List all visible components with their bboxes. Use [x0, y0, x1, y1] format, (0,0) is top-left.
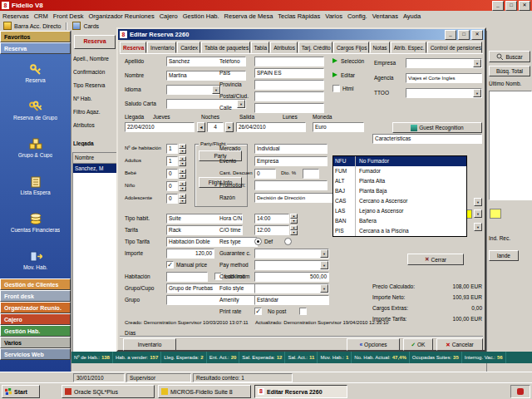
grupo-field[interactable] [166, 295, 256, 305]
print-rate-checkbox[interactable]: ✓ [254, 308, 262, 315]
adolescente-spinner[interactable]: ▲▼ [179, 194, 186, 204]
hora-cn-spinner[interactable]: ▲▼ [290, 214, 298, 224]
llegada-date-combo[interactable]: 22/04/2010 [125, 122, 195, 132]
dropdown-option-banera[interactable]: BANBañera [333, 216, 466, 226]
grid-column-nombre[interactable]: Nombre [73, 153, 117, 164]
search-results-list[interactable] [489, 91, 532, 200]
sidebar-item-mov-hab[interactable]: Mov. Hab. [0, 241, 71, 278]
sidebar-section-front-desk[interactable]: Front desk [0, 290, 71, 302]
close-button[interactable]: ✕ [519, 1, 530, 11]
folio-style-combo[interactable]: ▼ [254, 283, 329, 293]
manual-price-checkbox[interactable]: ✓ [166, 261, 174, 268]
calle-field[interactable] [254, 103, 324, 113]
start-button[interactable]: Start [2, 385, 40, 398]
tab-control-pensiones[interactable]: Control de pensiones [427, 42, 482, 53]
salida-date-combo[interactable]: 26/04/2010 [236, 122, 306, 132]
sidebar-item-grupo-cupo[interactable]: Grupo & Cupo [0, 129, 71, 166]
adultos-field[interactable]: 1 [166, 156, 178, 166]
bebe-field[interactable]: 0 [166, 169, 178, 179]
cancelar-button[interactable]: ✕ Cancelar [436, 338, 483, 351]
res-type-alt-radio[interactable] [284, 238, 292, 245]
dropdown-option-no-fumador[interactable]: NFUNo Fumador [333, 156, 466, 166]
provincia-field[interactable] [254, 80, 324, 90]
tab-notas[interactable]: Notas [370, 42, 390, 53]
tab-reserva[interactable]: Reserva [120, 42, 146, 53]
sidebar-item-lista-espera[interactable]: Lista Espera [0, 166, 71, 204]
menu-reservas[interactable]: Reservas [0, 12, 32, 20]
tab-fragment[interactable]: lande [489, 250, 519, 261]
hora-cn-field[interactable]: 14:00 [254, 214, 289, 224]
tab-reserva-background[interactable]: Reserva [74, 35, 116, 49]
pais-field[interactable]: SPAIN ES [254, 68, 324, 78]
empresa-combo[interactable]: ▼ [406, 58, 482, 68]
html-checkbox[interactable] [332, 85, 340, 92]
importe-field[interactable]: 120,00 [166, 249, 214, 259]
sidebar-section-gestion-hab[interactable]: Gestión Hab. [0, 325, 71, 337]
sidebar-section-servicios-web[interactable]: Servicios Web [0, 348, 71, 360]
sidebar-section-favoritos[interactable]: Favoritos [0, 31, 71, 42]
guest-recognition-button[interactable]: Guest Recognition [392, 122, 482, 133]
cerrar-button[interactable]: ✕ Cerrar [407, 254, 464, 265]
menu-teclas-rapidas[interactable]: Teclas Rápidas [275, 12, 323, 20]
task-oracle[interactable]: Oracle SQL*Plus [62, 385, 155, 398]
tab-tabla[interactable]: Tabla [251, 42, 270, 53]
app-title-bar[interactable]: 8 Fidelio V8 _ □ ✕ [0, 0, 532, 11]
menu-organizador-reuniones[interactable]: Organizador Reuniones [86, 12, 156, 20]
menu-front-desk[interactable]: Front Desk [51, 12, 86, 20]
sidebar-section-reserva[interactable]: Reserva [0, 42, 71, 54]
task-editar-reserva[interactable]: 8 Editar Reserva 2260 [254, 385, 347, 398]
ttoo-combo[interactable]: ▼ [406, 88, 482, 98]
tab-tarj-credito[interactable]: Tarj. Crédito [298, 42, 332, 53]
rooms-field[interactable]: 1 [166, 144, 178, 154]
chevron-down-icon[interactable]: ▼ [320, 284, 328, 293]
chevron-down-icon[interactable]: ▼ [320, 261, 328, 269]
idioma-combo[interactable]: ▼ [166, 85, 221, 95]
mercado-combo[interactable]: Individual [254, 144, 328, 154]
dropdown-option-planta-baja[interactable]: BAJPlanta Baja [333, 186, 466, 196]
noches-field[interactable]: 4 [207, 122, 224, 132]
bebe-spinner[interactable]: ▲▼ [179, 169, 186, 179]
dropdown-option-cercana-piscina[interactable]: PISCercana a la Piscina [333, 226, 466, 236]
sidebar-section-gestion-clientes[interactable]: Gestión de Clientes [0, 278, 71, 290]
menu-reserva-de-mesa[interactable]: Reserva de Mesa [222, 12, 276, 20]
tab-cargos-fijos[interactable]: Cargos Fijos [333, 42, 369, 53]
chevron-down-icon[interactable]: ▼ [320, 249, 328, 258]
editar-link[interactable]: Editar [341, 72, 355, 78]
telefono-field[interactable] [254, 57, 324, 66]
tab-inventario[interactable]: Inventario [147, 42, 176, 53]
co-time-field[interactable]: 12:00 [254, 225, 289, 235]
tray-icon[interactable] [517, 388, 524, 395]
tab-tabla-paquetes[interactable]: Tabla de paquetes [201, 42, 249, 53]
no-post-checkbox[interactable] [299, 308, 307, 315]
dropdown-option-planta-alta[interactable]: ALTPlanta Alta [333, 176, 466, 186]
reservation-grid[interactable]: Nombre Sanchez, M [72, 152, 118, 352]
minimize-button[interactable]: _ [492, 1, 504, 11]
task-micros-fidelio[interactable]: MICROS-Fidelio Suite 8 [158, 385, 251, 398]
adolescente-field[interactable]: 0 [166, 194, 178, 204]
menu-varios[interactable]: Varios [323, 12, 345, 20]
menu-ayuda[interactable]: Ayuda [401, 12, 423, 20]
cards-button[interactable]: Cards [69, 22, 102, 31]
rooms-spinner[interactable]: ▲▼ [179, 144, 186, 154]
nino-spinner[interactable]: ▲▼ [179, 181, 186, 191]
sidebar-item-reserva[interactable]: Reserva [0, 54, 71, 91]
attribute-combo-arrow[interactable]: ▼ [474, 198, 482, 206]
adultos-spinner[interactable]: ▲▼ [179, 156, 186, 166]
sidebar-item-cuentas-financieras[interactable]: Cuentas Financieras [0, 204, 71, 241]
saludo-carta-combo[interactable]: ▼ [166, 99, 246, 109]
tab-atrib-espec[interactable]: Atrib. Espec. [391, 42, 426, 53]
chevron-down-icon[interactable]: ▼ [237, 100, 245, 108]
dialog-close-button[interactable]: ✕ [471, 30, 483, 40]
moneda-combo[interactable]: Euro [313, 122, 364, 132]
grid-row-selected[interactable]: Sanchez, M [73, 164, 117, 173]
menu-cajero[interactable]: Cajero [157, 12, 180, 20]
nombre-field[interactable]: Martina [166, 71, 246, 81]
dialog-minimize-button[interactable]: _ [445, 30, 456, 40]
habitacion-field[interactable] [166, 272, 208, 282]
postal-field[interactable] [254, 91, 324, 101]
menu-config[interactable]: Config. [345, 12, 370, 20]
agencia-combo[interactable]: Viajes el Corte Ingles [406, 73, 482, 83]
chevron-down-icon[interactable]: ▼ [473, 89, 481, 97]
dialog-maximize-button[interactable]: □ [458, 30, 470, 40]
quick-access-button[interactable]: Barra Acc. Directo [0, 22, 64, 31]
